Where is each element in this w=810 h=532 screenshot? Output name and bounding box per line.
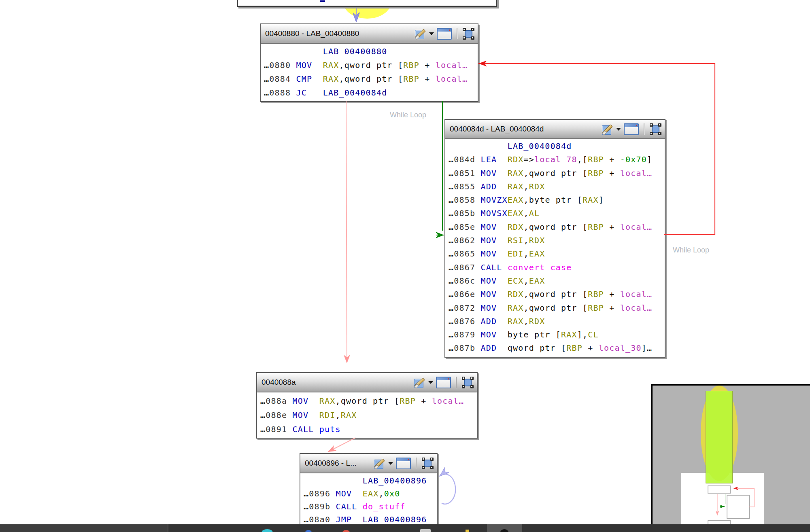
block-title: 00400896 - L... [305, 459, 371, 468]
taskbar [0, 524, 810, 532]
code-instruction-row[interactable]: …0880 MOV RAX,qword ptr [RBP + local… [261, 58, 478, 72]
taskbar-circle-icon [500, 529, 509, 532]
edge-0040088a-to-00400896[interactable] [328, 438, 355, 452]
block-title: 0040088a [261, 378, 411, 387]
block-00400896-header[interactable]: 00400896 - L... [300, 454, 437, 473]
paintbrush-icon[interactable] [602, 123, 613, 135]
block-0040088a-header[interactable]: 0040088a [257, 373, 477, 392]
block-00400896[interactable]: 00400896 - L... LAB_00400896…0896 MOV EA… [300, 453, 438, 532]
dropdown-caret-icon[interactable] [428, 381, 433, 384]
block-title: 00400880 - LAB_00400880 [265, 29, 412, 38]
code-instruction-row[interactable]: …0862 MOV RSI,RDX [445, 234, 665, 247]
code-instruction-row[interactable]: …085b MOVSXEAX,AL [445, 207, 665, 220]
code-instruction-row[interactable]: …0872 MOV RAX,qword ptr [RBP + local… [445, 301, 665, 315]
dropdown-caret-icon[interactable] [429, 32, 434, 35]
code-instruction-row[interactable]: …0865 MOV EDI,EAX [445, 247, 665, 261]
code-label-row[interactable]: LAB_0040084d [445, 140, 665, 153]
code-instruction-row[interactable]: …0879 MOV byte ptr [RAX],CL [445, 328, 665, 341]
code-instruction-row[interactable]: …0896 MOV EAX,0x0 [300, 487, 437, 500]
block-00400896-code[interactable]: LAB_00400896…0896 MOV EAX,0x0…089b CALL … [300, 473, 437, 532]
code-label-row[interactable]: LAB_00400880 [261, 45, 478, 58]
code-instruction-row[interactable]: …089b CALL do_stuff [300, 500, 437, 513]
window-icon-close-dot [636, 125, 637, 126]
window-icon[interactable] [437, 28, 452, 40]
taskbar-app-icon-red[interactable] [342, 530, 350, 532]
block-00400880[interactable]: 00400880 - LAB_00400880 LAB_00400880…088… [260, 23, 478, 102]
code-instruction-row[interactable]: …0858 MOVZXEAX,byte ptr [RAX] [445, 193, 665, 207]
entry-block-label-underline [320, 0, 325, 2]
window-icon[interactable] [436, 377, 451, 388]
code-instruction-row[interactable]: …088e MOV RDI,RAX [257, 408, 477, 422]
function-graph-view: { "view": {"name": "Function Graph"}, "l… [0, 0, 810, 532]
satellite-block-0040084d [727, 495, 750, 519]
code-instruction-row[interactable]: …0884 CMP RAX,qword ptr [RBP + local… [261, 72, 478, 86]
window-icon-close-dot [408, 459, 409, 460]
taskbar-app-icon-teal[interactable] [261, 529, 273, 532]
window-icon-close-dot [448, 378, 449, 379]
code-instruction-row[interactable]: …0888 JC LAB_0040084d [261, 86, 478, 100]
toolbar-separator [644, 123, 645, 135]
selection-icon[interactable] [463, 28, 474, 40]
toolbar-separator [456, 377, 457, 388]
block-0040084d-code[interactable]: LAB_0040084d…084d LEA RDX=>local_78,[RBP… [445, 139, 665, 357]
block-0040084d[interactable]: 0040084d - LAB_0040084d LAB_0040084d…084… [444, 119, 665, 358]
selection-icon[interactable] [650, 123, 661, 135]
block-0040088a[interactable]: 0040088a …088a MOV RAX,qword ptr [RBP + … [256, 372, 478, 439]
code-instruction-row[interactable]: …0867 CALL convert_case [445, 261, 665, 274]
edge-fallthrough-to-0040088a[interactable] [346, 101, 347, 363]
edge-self-loop-00400896[interactable] [440, 474, 455, 504]
toolbar-separator [416, 458, 417, 469]
taskbar-app-icon-spark[interactable] [466, 530, 469, 532]
taskbar-left-segment [0, 524, 168, 532]
toolbar-separator [457, 28, 458, 39]
satellite-viewport-rect[interactable] [706, 391, 733, 483]
block-00400880-code[interactable]: LAB_00400880…0880 MOV RAX,qword ptr [RBP… [261, 44, 478, 101]
block-00400880-header[interactable]: 00400880 - LAB_00400880 [261, 24, 478, 44]
code-instruction-row[interactable]: …0851 MOV RAX,qword ptr [RBP + local… [445, 167, 665, 180]
satellite-view[interactable] [651, 384, 810, 524]
code-instruction-row[interactable]: …0855 ADD RAX,RDX [445, 180, 665, 193]
taskbar-app-icon-window[interactable] [420, 529, 431, 532]
dropdown-caret-icon[interactable] [388, 462, 393, 465]
code-instruction-row[interactable]: …087b ADD qword ptr [RBP + local_30]… [445, 341, 665, 355]
dropdown-caret-icon[interactable] [616, 128, 621, 131]
window-icon[interactable] [624, 123, 639, 135]
code-instruction-row[interactable]: …085e MOV RDX,qword ptr [RBP + local… [445, 220, 665, 234]
while-loop-label-2: While Loop [673, 246, 709, 254]
code-instruction-row[interactable]: …086c MOV ECX,EAX [445, 274, 665, 288]
paintbrush-icon[interactable] [415, 28, 426, 39]
code-instruction-row[interactable]: …0876 ADD RAX,RDX [445, 315, 665, 328]
code-instruction-row[interactable]: …086e MOV RDX,qword ptr [RBP + local… [445, 288, 665, 301]
selection-icon[interactable] [422, 458, 434, 469]
selection-icon[interactable] [462, 377, 474, 388]
block-0040088a-code[interactable]: …088a MOV RAX,qword ptr [RBP + local……08… [257, 392, 477, 438]
taskbar-app-icon-blue[interactable] [305, 530, 312, 532]
taskbar-active-item[interactable] [487, 524, 522, 532]
satellite-block-00400880 [708, 485, 731, 494]
while-loop-label-1: While Loop [390, 111, 426, 119]
window-icon[interactable] [396, 458, 411, 469]
code-label-row[interactable]: LAB_00400896 [300, 474, 437, 487]
code-instruction-row[interactable]: …084d LEA RDX=>local_78,[RBP + -0x70] [445, 153, 665, 166]
entry-block-partial[interactable] [237, 0, 497, 7]
code-instruction-row[interactable]: …0891 CALL puts [257, 422, 477, 437]
code-instruction-row[interactable]: …088a MOV RAX,qword ptr [RBP + local… [257, 394, 477, 408]
block-0040084d-header[interactable]: 0040084d - LAB_0040084d [445, 120, 665, 139]
window-icon-close-dot [449, 30, 450, 31]
block-title: 0040084d - LAB_0040084d [450, 125, 599, 134]
paintbrush-icon[interactable] [414, 377, 425, 388]
paintbrush-icon[interactable] [374, 458, 385, 469]
